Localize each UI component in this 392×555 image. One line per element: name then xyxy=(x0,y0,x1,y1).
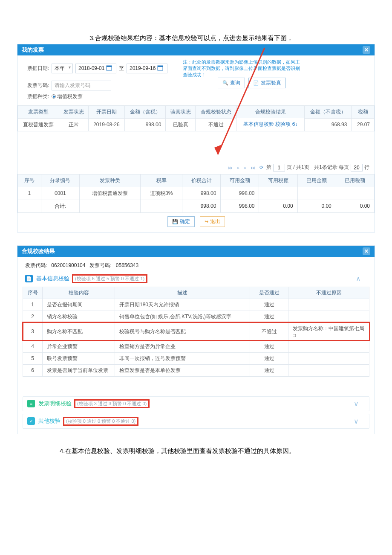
cell: 1 xyxy=(18,187,41,200)
pager: ⏮ « » ⏭ ⟳ 第 页 / 共1页 共1条记录 每页 行 xyxy=(17,161,375,174)
caption-bottom: 4.在基本信息校验、发票明细校验，其他校验里面查看发票校验不通过的具体原因。 xyxy=(60,447,375,455)
radio-text: 增值税发票 xyxy=(57,93,83,100)
cell: 6 xyxy=(23,364,43,376)
panel1-title: 我的发票 xyxy=(22,46,44,54)
invoice-no-label: 发票号码: xyxy=(24,82,49,89)
cell: 通过 xyxy=(250,311,288,323)
scol-used-tax: 已用税额 xyxy=(336,174,374,187)
svg-rect-1 xyxy=(107,66,112,67)
check-result-link[interactable]: 基本信息校验 校验项 6↓ xyxy=(236,118,305,131)
cell: 联号发票预警 xyxy=(43,352,115,364)
table-row: 5联号发票预警非同一次报销，连号发票预警通过 xyxy=(23,352,369,364)
cell: 998.00 xyxy=(182,200,221,212)
cell: 0001 xyxy=(41,187,79,200)
section-subtitle: (校验项 3 通过 3 预警 0 不通过 0) xyxy=(74,399,150,408)
vat-radio[interactable]: 增值税发票 xyxy=(52,93,83,100)
cell: 通过 xyxy=(250,299,288,311)
section-other-check[interactable]: ✓ 其他校验 (校验项 0 通过 0 预警 0 不通过 0) ∨ xyxy=(23,414,369,429)
save-icon: 💾 xyxy=(172,219,178,224)
table-row[interactable]: 1 0001 增值税普通发票 进项税3% 998.00 998.00 xyxy=(18,187,375,200)
verify-button[interactable]: 📄发票验真 xyxy=(248,78,286,88)
ccol-desc: 描述 xyxy=(115,287,250,299)
no-value: 05656343 xyxy=(116,262,138,268)
chevron-down-icon: ∨ xyxy=(354,400,365,408)
list-icon: 📄 xyxy=(253,80,259,86)
cell: 正常 xyxy=(59,118,88,131)
invoice-table: 发票类型 发票状态 开票日期 金额（含税） 验真状态 合规校验状态 合规校验结果… xyxy=(17,105,375,131)
col-amount-notax: 金额（不含税） xyxy=(305,105,352,118)
section-basic-check[interactable]: 📄 基本信息校验 (校验项 6 通过 5 预警 0 不通过 1) ∧ xyxy=(17,273,375,285)
panel2-title: 合规校验结果 xyxy=(22,247,55,255)
ok-button[interactable]: 💾确定 xyxy=(167,216,195,227)
pager-size-input[interactable] xyxy=(351,164,363,171)
pager-current-input[interactable] xyxy=(273,164,285,171)
col-date: 开票日期 xyxy=(89,105,125,118)
cell xyxy=(259,187,297,200)
cell: 0.00 xyxy=(259,200,297,212)
pager-refresh-icon[interactable]: ⟳ xyxy=(258,165,265,170)
calendar-icon xyxy=(157,65,163,72)
col-check-status: 合规校验状态 xyxy=(195,105,236,118)
table-row: 1是否在报销期间开票日期180天内允许报销通过 xyxy=(23,299,369,311)
invoice-no-input[interactable]: 请输入发票号码 xyxy=(52,81,111,90)
col-type: 发票类型 xyxy=(18,105,59,118)
exit-icon: ↪ xyxy=(205,219,208,224)
date-to-input[interactable]: 2019-09-16 xyxy=(127,64,167,73)
filter-area: 票据日期: 本年 2018-09-01 至 2019-09-16 注：此处的发票… xyxy=(17,55,375,105)
section-title: 其他校验 xyxy=(38,417,61,425)
section-detail-check[interactable]: ≡ 发票明细校验 (校验项 3 通过 3 预警 0 不通过 0) ∨ xyxy=(23,396,369,411)
cell: 发票购方名称：中国建筑第七局□ xyxy=(288,323,369,340)
cell: 销方名称校验 xyxy=(43,311,115,323)
caption-top: 3.合规校验结果栏内容：基本信息校验可以点，点进去显示结果看下图， xyxy=(89,34,375,42)
pager-prev-icon[interactable]: « xyxy=(236,165,241,170)
code-value: 062001900104 xyxy=(51,262,85,268)
filter-note: 注：此处的发票数据来源为影像上传识别的数据，如果主界面查询不到数据，请到影像上传… xyxy=(183,59,302,78)
exit-button[interactable]: ↪退出 xyxy=(200,216,225,227)
col-tax: 税额 xyxy=(352,105,375,118)
check-icon: ✓ xyxy=(27,417,35,425)
ccol-pass: 是否通过 xyxy=(250,287,288,299)
pager-pages-label: 页 / 共1页 xyxy=(287,164,309,171)
cell: 已验真 xyxy=(166,118,195,131)
query-button[interactable]: 🔍查询 xyxy=(218,78,245,88)
pager-last-icon[interactable]: ⏭ xyxy=(249,165,257,170)
no-label: 发票号码: xyxy=(89,262,111,268)
close-icon[interactable]: ✕ xyxy=(363,46,370,54)
col-status: 发票状态 xyxy=(59,105,88,118)
cell: 968.93 xyxy=(305,118,352,131)
ccol-content: 校验内容 xyxy=(43,287,115,299)
cell: 检查发票是否是本单位发票 xyxy=(115,364,250,376)
to-label: 至 xyxy=(119,65,124,72)
cell: 非同一次报销，连号发票预警 xyxy=(115,352,250,364)
cell: 3 xyxy=(23,323,43,340)
cell: 998.00 xyxy=(124,118,166,131)
col-check-result: 合规校验结果 xyxy=(236,105,305,118)
scol-avail-tax: 可用税额 xyxy=(259,174,297,187)
scol-rate: 税率 xyxy=(141,174,182,187)
chevron-up-icon: ∧ xyxy=(356,275,367,283)
chevron-down-icon: ∨ xyxy=(354,417,365,425)
pager-page-label: 第 xyxy=(266,164,271,171)
date-from-input[interactable]: 2018-09-01 xyxy=(75,64,116,73)
date-from-text: 2018-09-01 xyxy=(78,65,104,71)
cell: 是否在报销期间 xyxy=(43,299,115,311)
query-button-label: 查询 xyxy=(230,79,240,87)
scol-used-amt: 已用金额 xyxy=(297,174,336,187)
cell: 购方名称不匹配 xyxy=(43,323,115,340)
pager-next-icon[interactable]: » xyxy=(242,165,248,170)
cell xyxy=(288,299,369,311)
cell: 0.00 xyxy=(297,200,336,212)
close-icon[interactable]: ✕ xyxy=(363,247,370,255)
table-row[interactable]: 直税普通发票 正常 2019-08-26 998.00 已验真 不通过 基本信息… xyxy=(18,118,375,131)
cell: 2019-08-26 xyxy=(89,118,125,131)
cell xyxy=(288,364,369,376)
doc-icon: 📄 xyxy=(25,275,33,282)
cell: 进项税3% xyxy=(141,187,182,200)
pager-first-icon[interactable]: ⏮ xyxy=(227,165,234,170)
cell: 异常企业预警 xyxy=(43,340,115,352)
scol-total: 价税合计 xyxy=(182,174,221,187)
year-select[interactable]: 本年 xyxy=(52,64,73,73)
search-icon: 🔍 xyxy=(222,80,228,86)
cell: 4 xyxy=(23,340,43,352)
cell: 通过 xyxy=(250,364,288,376)
